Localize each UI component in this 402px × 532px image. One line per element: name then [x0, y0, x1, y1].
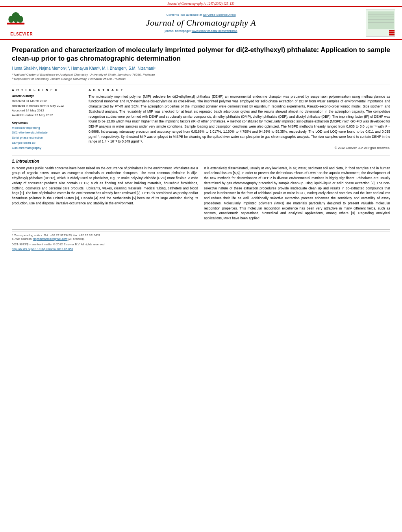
intro-left-col: In recent years public health concerns h…	[12, 166, 198, 221]
svg-rect-12	[389, 32, 395, 33]
elsevier-tree-icon	[6, 9, 26, 25]
affiliation-b-text: ᵇ Department of Chemistry, Islamia Colle…	[12, 77, 126, 81]
affiliation-b: ᵇ Department of Chemistry, Islamia Colle…	[12, 77, 390, 81]
doi-text[interactable]: http://dx.doi.org/10.1016/j.chroma.2012.…	[12, 247, 73, 251]
affiliation-a: ᵃ National Center of Excellence in Analy…	[12, 72, 390, 77]
intro-section-number: 1.	[12, 159, 15, 163]
keyword-3: Solid-phase extraction	[12, 135, 83, 141]
doi-line[interactable]: http://dx.doi.org/10.1016/j.chroma.2012.…	[12, 247, 390, 251]
journal-top-bar: Journal of Chromatography A, 1247 (2012)…	[0, 0, 402, 7]
journal-homepage: journal homepage: www.elsevier.com/locat…	[165, 29, 237, 33]
journal-title: Journal of Chromatography A	[146, 18, 256, 28]
homepage-link[interactable]: www.elsevier.com/locate/chroma	[192, 29, 237, 33]
article-info-col: A R T I C L E I N F O Article history: R…	[12, 88, 83, 151]
elsevier-logo: ELSEVIER	[4, 9, 39, 37]
journal-citation: Journal of Chromatography A, 1247 (2012)…	[168, 2, 235, 6]
history-title: Article history:	[12, 94, 83, 98]
abstract-header: A B S T R A C T	[89, 88, 390, 92]
keyword-4: Sample clean-up	[12, 141, 83, 146]
introduction-section: 1. Introduction In recent years public h…	[12, 156, 390, 221]
sciverse-prefix: Contents lists available at	[166, 13, 203, 17]
email-note: (N. Memon).	[69, 237, 85, 241]
keywords-title: Keywords:	[12, 121, 83, 124]
abstract-col: A B S T R A C T The molecularly imprinte…	[89, 88, 390, 151]
history-revised: Received in revised form 9 May 2012	[12, 104, 83, 108]
footer-section: * Corresponding author. Tel.: +92 22 921…	[12, 225, 390, 251]
page: Journal of Chromatography A, 1247 (2012)…	[0, 0, 402, 532]
intro-section-title: 1. Introduction	[12, 159, 390, 163]
article-history: Article history: Received 31 March 2012 …	[12, 94, 83, 118]
history-accepted: Accepted 14 May 2012	[12, 108, 83, 113]
article-title: Preparation and characterization of mole…	[12, 46, 390, 63]
footer-divider	[12, 229, 390, 230]
intro-right-col: It is extensively disseminated, usually …	[204, 166, 390, 221]
svg-rect-11	[389, 30, 395, 32]
svg-point-3	[17, 16, 23, 23]
header-right	[363, 9, 398, 37]
article-info-header: A R T I C L E I N F O	[12, 88, 83, 92]
issn-line: 0021-9673/$ – see front matter © 2012 El…	[12, 243, 105, 246]
keyword-2: Di(2-ethylhexyl) phthalate	[12, 130, 83, 135]
affiliations: ᵃ National Center of Excellence in Analy…	[12, 72, 390, 81]
journal-cover-image	[366, 9, 395, 37]
svg-rect-4	[7, 23, 24, 24]
elsevier-brand-label: ELSEVIER	[10, 32, 33, 36]
intro-left-text: In recent years public health concerns h…	[12, 166, 198, 206]
sciverse-link[interactable]: SciVerse ScienceDirect	[203, 13, 235, 17]
info-abstract-section: A R T I C L E I N F O Article history: R…	[12, 85, 390, 151]
copyright-line: © 2012 Elsevier B.V. All rights reserved…	[89, 146, 390, 150]
svg-point-2	[8, 16, 14, 23]
abstract-text: The molecularly imprinted polymer (MIP) …	[89, 94, 390, 145]
main-content: Preparation and characterization of mole…	[0, 40, 402, 255]
sciverse-text: Contents lists available at SciVerse Sci…	[166, 13, 235, 17]
svg-rect-13	[389, 34, 395, 35]
email-label: E-mail address:	[12, 237, 32, 241]
corresponding-note: * Corresponding author. Tel.: +92 22 921…	[12, 232, 390, 241]
header-center: Contents lists available at SciVerse Sci…	[43, 9, 359, 37]
intro-section-heading: Introduction	[16, 159, 39, 163]
intro-right-text: It is extensively disseminated, usually …	[204, 166, 390, 221]
keyword-5: Gas chromatography	[12, 146, 83, 151]
footnote-star-text: * Corresponding author. Tel.: +92 22 921…	[12, 234, 101, 237]
logo-box	[6, 9, 37, 31]
affiliation-a-text: ᵃ National Center of Excellence in Analy…	[12, 72, 155, 77]
keyword-1: Molecular imprinting	[12, 126, 83, 131]
history-online: Available online 23 May 2012	[12, 113, 83, 118]
email-address[interactable]: najmamemon@gmail.com	[33, 237, 67, 241]
header-section: ELSEVIER Contents lists available at Sci…	[0, 7, 402, 40]
keywords-section: Keywords: Molecular imprinting Di(2-ethy…	[12, 121, 83, 151]
intro-body-columns: In recent years public health concerns h…	[12, 166, 390, 221]
cover-thumbnail-icon	[366, 9, 395, 37]
history-received: Received 31 March 2012	[12, 99, 83, 104]
authors-line: Huma Shaikhᵃ, Najma Memonᵃ,*, Hamayun Kh…	[12, 66, 390, 70]
homepage-label: journal homepage:	[165, 29, 192, 33]
